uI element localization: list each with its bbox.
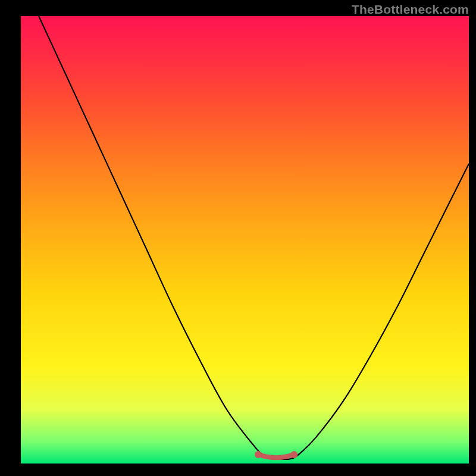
chart-frame: TheBottleneck.com xyxy=(0,0,476,476)
watermark-text: TheBottleneck.com xyxy=(352,2,469,17)
chart-svg xyxy=(21,16,469,464)
bottleneck-curve-line xyxy=(39,16,469,459)
marker-end-dot xyxy=(255,451,262,458)
marker-end-dot xyxy=(290,451,298,458)
flat-bottom-marker xyxy=(255,451,298,458)
chart-plot-area xyxy=(21,16,469,464)
